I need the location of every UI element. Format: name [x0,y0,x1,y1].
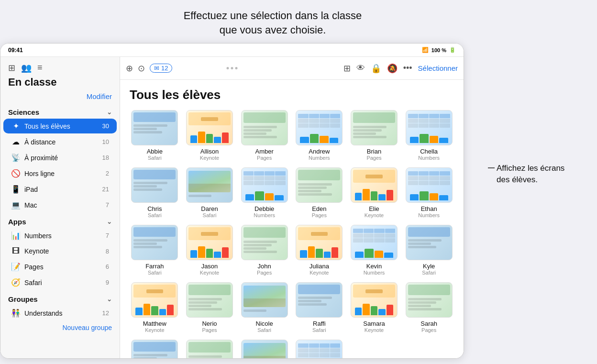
student-name: Elie [369,205,379,212]
toolbar: ⊕ ⊙ ✉ 12 ⊞ 👁 🔒 🔕 ••• [120,57,464,80]
sidebar-item-keynote[interactable]: 🎞 Keynote 8 [3,244,117,258]
mute-icon[interactable]: 🔕 [387,63,398,74]
student-app: Pages [257,270,272,276]
sidebar-icon-list[interactable]: ≡ [37,63,43,73]
message-badge[interactable]: ✉ 12 [150,64,172,73]
keynote-label: Keynote [24,247,102,255]
student-app: Safari [422,270,436,276]
student-card[interactable]: JulianaKeynote [294,225,344,276]
student-card[interactable]: RaffiSafari [294,282,344,333]
dot2 [231,67,233,69]
ipad-icon: 📱 [11,185,21,194]
sidebar-item-tous-eleves[interactable]: ✦ Tous les élèves 30 [3,119,117,133]
student-app: Keynote [200,270,219,276]
more-icon[interactable]: ••• [403,63,412,73]
sidebar-item-distance[interactable]: ☁ À distance 10 [3,134,117,149]
select-button[interactable]: Sélectionner [418,64,458,72]
student-card[interactable]: JasonKeynote [185,225,235,276]
section-groupes: Groupes ⌄ [0,290,120,305]
sidebar-item-hors-ligne[interactable]: 🚫 Hors ligne 2 [3,166,117,181]
sidebar-item-ipad[interactable]: 📱 iPad 21 [3,182,117,197]
student-name: Kyle [423,263,435,270]
student-app: Keynote [310,270,329,276]
toolbar-dots [227,67,238,69]
student-card[interactable]: ChrisSafari [130,167,180,218]
student-card[interactable]: AmberPages [239,110,289,161]
right-panel: ⊕ ⊙ ✉ 12 ⊞ 👁 🔒 🔕 ••• [120,57,464,358]
message-icon: ✉ [154,65,159,72]
student-name: Daren [201,205,218,212]
battery-icon: 🔋 [449,47,456,53]
student-card[interactable]: SueSafari [130,340,180,358]
student-app: Keynote [145,327,164,333]
student-app: Pages [312,212,327,218]
student-name: Allison [200,148,219,155]
sidebar-item-numbers[interactable]: 📊 Numbers 7 [3,228,117,243]
student-card[interactable]: VictoriaNumbers [294,340,344,358]
numbers-label: Numbers [24,232,102,240]
student-card[interactable]: FarrahSafari [130,225,180,276]
student-card[interactable]: ElieKeynote [349,167,399,218]
student-card[interactable]: EdenPages [294,167,344,218]
sidebar-item-proximite[interactable]: 📡 À proximité 18 [3,150,117,165]
student-card[interactable]: DarenSafari [185,167,235,218]
toolbar-left: ⊕ ⊙ ✉ 12 [126,63,172,74]
groupes-chevron-icon[interactable]: ⌄ [107,296,112,303]
student-card[interactable]: NicoleSafari [239,282,289,333]
annotation-line1: Effectuez une sélection dans la classe [184,10,362,22]
student-app: Numbers [364,270,385,276]
student-name: Brian [367,148,381,155]
sidebar-item-pages[interactable]: 📝 Pages 6 [3,259,117,274]
hors-ligne-label: Hors ligne [24,170,102,177]
understands-icon: 👫 [11,309,21,318]
student-card[interactable]: SarahPages [404,282,454,333]
student-card[interactable]: EthanNumbers [404,167,454,218]
mac-label: Mac [24,201,102,209]
status-icons: 📶 100 % 🔋 [422,47,456,53]
student-app: Numbers [254,212,275,218]
student-card[interactable]: DebbieNumbers [239,167,289,218]
sidebar-item-mac[interactable]: 💻 Mac 7 [3,198,117,212]
sidebar-item-safari[interactable]: 🧭 Safari 9 [3,275,117,290]
tous-eleves-label: Tous les élèves [24,122,99,130]
student-name: Chris [147,205,162,212]
main-area: ⊞ 👥 ≡ En classe Modifier Sciences ⌄ ✦ To… [0,57,464,358]
lock-icon[interactable]: 🔒 [371,63,381,74]
student-card[interactable]: KevinNumbers [349,225,399,276]
student-card[interactable]: BrianPages [349,110,399,161]
modify-button[interactable]: Modifier [0,92,120,103]
toolbar-right: ⊞ 👁 🔒 🔕 ••• Sélectionner [343,63,458,74]
student-name: Abbie [147,148,163,155]
new-group-button[interactable]: Nouveau groupe [0,321,120,338]
student-card[interactable]: AllisonKeynote [185,110,235,161]
sidebar-icon-people[interactable]: 👥 [21,63,32,73]
student-card[interactable]: VeraSafari [239,340,289,358]
student-app: Keynote [200,155,219,161]
student-card[interactable]: MatthewKeynote [130,282,180,333]
student-card[interactable]: ChellaNumbers [404,110,454,161]
student-card[interactable]: KyleSafari [404,225,454,276]
compass-icon[interactable]: ⊙ [138,63,145,74]
hors-ligne-count: 2 [106,170,109,177]
sidebar-icon-sidebar[interactable]: ⊞ [8,63,15,73]
grid-icon[interactable]: ⊞ [343,63,351,74]
annotation-top: Effectuez une sélection dans la classe q… [91,0,454,43]
apps-chevron-icon[interactable]: ⌄ [107,218,112,225]
student-card[interactable]: NerioPages [185,282,235,333]
student-card[interactable]: AbbieSafari [130,110,180,161]
student-card[interactable]: AndrewNumbers [294,110,344,161]
annotation-right-line2: des élèves. [497,175,538,184]
sidebar-item-understands[interactable]: 👫 Understands 12 [3,306,117,320]
student-card[interactable]: JohnPages [239,225,289,276]
pages-count: 6 [106,263,109,270]
sidebar-header: ⊞ 👥 ≡ [0,57,120,75]
eye-off-icon[interactable]: 👁 [356,63,365,73]
student-app: Numbers [418,212,440,218]
student-app: Pages [202,327,217,333]
student-name: Ethan [421,205,437,212]
student-card[interactable]: TammyPages [185,340,235,358]
student-card[interactable]: SamaraKeynote [349,282,399,333]
sciences-chevron-icon[interactable]: ⌄ [107,109,112,116]
layers-icon[interactable]: ⊕ [126,63,133,74]
proximite-label: À proximité [24,154,99,162]
